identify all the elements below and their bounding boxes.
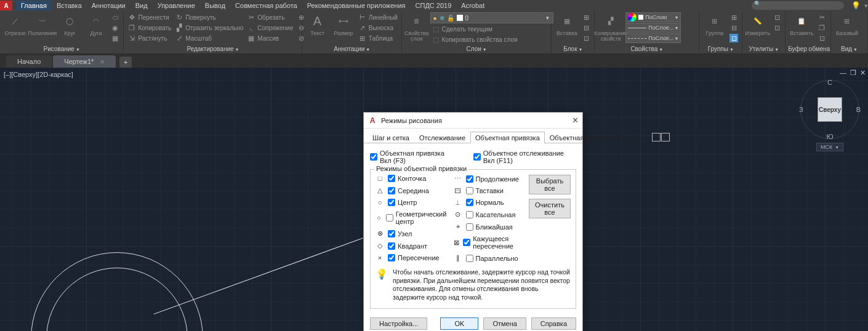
otrack-on-checkbox[interactable]: Объектное отслеживание Вкл (F11) [473,150,576,164]
viewcube-south[interactable]: Ю [826,133,833,140]
osnap-checkbox[interactable]: Пересечение [388,254,440,261]
dialog-titlebar[interactable]: A Режимы рисования ✕ [364,113,582,129]
clip-extra-2[interactable]: ❐ [816,23,827,33]
osnap-checkbox[interactable]: Нормаль [466,199,504,206]
cancel-button[interactable]: Отмена [483,317,526,330]
viewcube-north[interactable]: С [827,79,832,86]
ucs-dropdown[interactable]: МСК▼ [816,143,843,151]
group-extra-3[interactable]: ⊡ [728,33,739,43]
paste-button[interactable]: 📋Вставить [788,12,815,36]
polyline-button[interactable]: 〰Полилиния [29,12,56,36]
group-extra-1[interactable]: ⊞ [728,12,739,22]
fillet-button[interactable]: ◟Сопряжение [246,23,294,33]
color-dropdown[interactable]: ПоСлою▼ [625,12,681,22]
osnap-checkbox[interactable]: Касательная [466,211,516,218]
menu-вставка[interactable]: Вставка [52,1,87,10]
osnap-checkbox[interactable]: Конточка [388,175,426,182]
panel-title[interactable]: Вид▼ [834,44,865,54]
panel-title[interactable]: Редактирование▼ [126,44,299,54]
panel-title[interactable]: Рисование▼ [2,44,121,54]
block-extra-3[interactable]: ⊡ [581,33,592,43]
copy-button[interactable]: ❐Копировать [126,23,172,33]
match-layer-button[interactable]: ⬚Копировать свойства слоя [430,34,553,44]
ok-button[interactable]: OK [440,317,478,330]
lineweight-dropdown[interactable]: ПоСлое...▼ [625,23,681,33]
menu-вывод[interactable]: Вывод [200,1,230,10]
dialog-tab[interactable]: Дин [630,132,652,143]
block-extra-1[interactable]: ⊞ [581,12,592,22]
viewcube-east[interactable]: В [856,106,861,113]
mirror-button[interactable]: ▞Отразить зеркально [174,23,244,33]
osnap-checkbox[interactable]: Квадрант [388,242,427,250]
line-button[interactable]: ／Отрезок [2,12,28,36]
table-button[interactable]: ⊞Таблица [357,33,399,43]
osnap-checkbox[interactable]: Продолжение [466,175,519,183]
menu-аннотации[interactable]: Аннотации [87,1,131,10]
tab-scroll-left[interactable]: ◂ [652,133,661,142]
close-icon[interactable]: ✕ [100,58,105,65]
match-props-button[interactable]: ▞Копирование свойств [597,12,624,42]
menu-управление[interactable]: Управление [153,1,200,10]
tab-start[interactable]: Начало [6,55,52,68]
panel-title[interactable]: Свойства▼ [597,44,696,54]
base-view-button[interactable]: ⊞Базовый [834,12,861,36]
minimize-icon[interactable]: — [840,69,846,77]
viewcube[interactable]: С Ю В З Сверху МСК▼ [800,80,859,151]
util-extra-1[interactable]: ⊡ [771,12,782,22]
help-button[interactable]: Справка [531,317,576,330]
osnap-checkbox[interactable]: Параллельно [466,255,518,262]
osnap-checkbox[interactable]: Кажущееся пересечение [463,235,524,250]
linear-button[interactable]: ⊢Линейный [357,12,399,22]
stretch-button[interactable]: ⇲Растянуть [126,33,172,43]
select-all-button[interactable]: Выбрать все [529,175,571,194]
move-button[interactable]: ✥Перенести [126,12,172,22]
close-icon[interactable]: ✕ [572,116,579,125]
menu-совместная работа[interactable]: Совместная работа [230,1,302,10]
search-field[interactable] [752,1,844,10]
restore-icon[interactable]: ❐ [850,69,856,77]
scale-button[interactable]: ⤢Масштаб [174,33,244,43]
dialog-tab[interactable]: Объектная привязка 3D [545,132,630,143]
viewport-label[interactable]: [–][Сверху][2D-каркас] [4,71,73,78]
osnap-on-checkbox[interactable]: Объектная привязка Вкл (F3) [370,150,456,164]
leader-button[interactable]: ↗Выноска [357,23,399,33]
clear-all-button[interactable]: Очистить все [529,199,571,218]
chevron-down-icon[interactable]: ▾ [864,2,868,10]
panel-title[interactable]: Слои▼ [404,44,549,54]
layer-props-button[interactable]: ≣Свойства слоя [404,12,429,42]
group-extra-2[interactable]: ⊟ [728,23,739,33]
panel-title[interactable]: Утилиты▼ [745,44,782,54]
array-button[interactable]: ▦Массив [246,33,294,43]
menu-вид[interactable]: Вид [131,1,153,10]
viewcube-top-face[interactable]: Сверху [818,97,842,122]
group-button[interactable]: ⊞Группа [702,12,727,36]
osnap-checkbox[interactable]: Узел [388,230,412,237]
osnap-checkbox[interactable]: Середина [388,187,429,194]
clip-extra-3[interactable]: ⊡ [816,33,827,43]
options-button[interactable]: Настройка... [370,317,427,330]
draw-extra-3[interactable]: ▦ [110,33,121,43]
linetype-dropdown[interactable]: ПоСлое...▼ [625,33,681,43]
menu-спдс 2019[interactable]: СПДС 2019 [411,1,457,10]
insert-block-button[interactable]: ▦Вставка [554,12,579,36]
block-extra-2[interactable]: ⊟ [581,23,592,33]
clip-extra-1[interactable]: ✂ [816,12,827,22]
rotate-button[interactable]: ↻Повернуть [174,12,244,22]
tab-scroll-right[interactable]: ▸ [661,133,670,142]
menu-главная[interactable]: Главная [16,1,52,10]
app-icon[interactable]: A [0,1,12,10]
util-extra-2[interactable]: ⊡ [771,23,782,33]
panel-title[interactable]: Аннотации▼ [305,44,399,54]
dialog-tab[interactable]: Отслеживание [414,132,470,143]
dialog-tab[interactable]: Шаг и сетка [368,132,414,143]
osnap-checkbox[interactable]: Геометрический центр [386,210,449,225]
arc-button[interactable]: ◠Дуга [84,12,109,36]
make-current-button[interactable]: ⬚Сделать текущим [430,24,553,34]
osnap-checkbox[interactable]: Твставки [466,187,504,194]
dialog-tab[interactable]: Объектная привязка [470,132,545,143]
measure-button[interactable]: 📏Измерить [745,12,770,36]
draw-extra-2[interactable]: ◉ [110,23,121,33]
panel-title[interactable]: Группы▼ [702,44,739,54]
dimension-button[interactable]: ⟷Размер [331,12,356,36]
menu-рекомендованные приложения[interactable]: Рекомендованные приложения [302,1,411,10]
